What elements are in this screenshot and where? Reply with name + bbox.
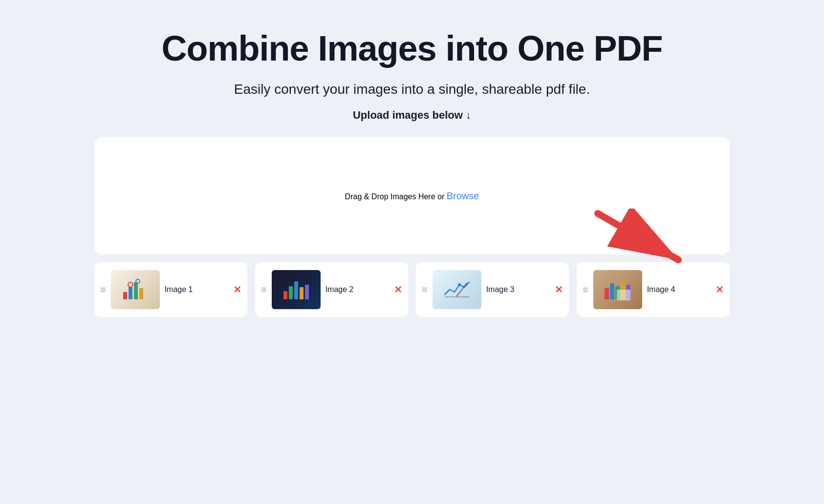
image-thumb-1 [111,270,160,309]
svg-rect-8 [283,291,287,299]
svg-rect-5 [139,288,143,299]
svg-rect-11 [300,287,304,299]
remove-button-4[interactable]: ✕ [716,285,724,294]
svg-rect-16 [605,288,609,299]
svg-rect-4 [134,282,138,299]
svg-point-14 [458,283,461,286]
upload-cta-text: Upload images below ↓ [353,109,471,122]
image-card-3: ≡ Image 3 ✕ [416,262,569,317]
drop-zone[interactable]: Drag & Drop Images Here or Browse [94,137,730,254]
drag-handle-1[interactable]: ≡ [100,285,106,294]
drag-handle-4[interactable]: ≡ [583,285,588,294]
image-label-4: Image 4 [647,285,711,294]
page-title: Combine Images into One PDF [161,29,662,68]
image-thumb-4 [593,270,642,309]
images-list: ≡ Image 1 ✕ ≡ Image 2 ✕ [94,262,730,317]
image-label-2: Image 2 [325,285,389,294]
svg-point-6 [128,282,133,287]
remove-button-1[interactable]: ✕ [233,285,241,294]
drag-drop-label: Drag & Drop Images Here or [345,192,447,201]
svg-rect-17 [610,283,614,299]
image-label-1: Image 1 [165,285,228,294]
svg-rect-2 [123,292,127,299]
image-thumb-3 [433,270,481,309]
svg-rect-10 [294,281,298,299]
image-card-2: ≡ Image 2 ✕ [255,262,408,317]
image-thumb-2 [272,270,321,309]
remove-button-3[interactable]: ✕ [555,285,563,294]
image-card-1: ≡ Image 1 ✕ [94,262,247,317]
svg-point-7 [136,279,140,283]
svg-rect-12 [305,285,309,299]
remove-button-2[interactable]: ✕ [394,285,402,294]
svg-rect-21 [617,290,630,300]
page-subtitle: Easily convert your images into a single… [234,82,590,97]
svg-line-1 [598,213,678,260]
drag-drop-text: Drag & Drop Images Here or Browse [345,190,479,202]
drag-handle-2[interactable]: ≡ [261,285,267,294]
arrow-indicator [593,209,691,269]
image-label-3: Image 3 [486,285,550,294]
svg-rect-3 [129,287,132,299]
svg-rect-9 [289,286,293,299]
image-card-4: ≡ Image 4 ✕ [577,262,730,317]
browse-link[interactable]: Browse [447,190,479,201]
drag-handle-3[interactable]: ≡ [422,285,428,294]
